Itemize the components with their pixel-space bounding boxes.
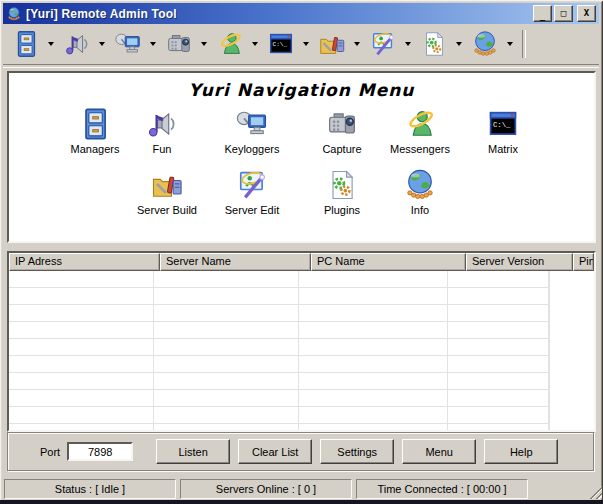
nav-item-messengers[interactable]: Messengers (378, 106, 462, 155)
nav-item-plugins[interactable]: Plugins (300, 167, 384, 216)
chevron-down-icon (456, 42, 462, 46)
matrix-icon (266, 29, 296, 59)
column-header-pc-name[interactable]: PC Name (311, 253, 466, 271)
nav-item-server-build[interactable]: Server Build (125, 167, 209, 216)
status-panel: Status : [ Idle ] (4, 479, 176, 499)
toolbar-server-build-dropdown[interactable] (351, 27, 363, 61)
server-list[interactable]: IP Adress Server Name PC Name Server Ver… (7, 251, 596, 432)
toolbar-server-edit-dropdown[interactable] (402, 27, 414, 61)
toolbar-managers-dropdown[interactable] (45, 27, 57, 61)
chevron-down-icon (252, 42, 258, 46)
nav-item-keyloggers[interactable]: Keyloggers (210, 106, 294, 155)
toolbar-matrix-dropdown[interactable] (300, 27, 312, 61)
toolbar-fun-button[interactable] (58, 27, 96, 61)
table-row (9, 271, 594, 288)
fun-icon (144, 106, 180, 142)
messengers-icon (402, 106, 438, 142)
close-button[interactable]: X (577, 5, 596, 22)
nav-item-label: Capture (322, 143, 361, 155)
toolbar-info-dropdown[interactable] (504, 27, 516, 61)
toolbar-keyloggers-dropdown[interactable] (147, 27, 159, 61)
nav-item-label: Server Build (137, 204, 197, 216)
toolbar-keyloggers-button[interactable] (109, 27, 147, 61)
chevron-down-icon (150, 42, 156, 46)
port-label: Port (40, 446, 60, 458)
table-row (9, 390, 594, 407)
toolbar-plugins-dropdown[interactable] (453, 27, 465, 61)
nav-menu-title: Yuri Navigation Menu (9, 80, 594, 100)
column-header-server-version[interactable]: Server Version (466, 253, 573, 271)
chevron-down-icon (48, 42, 54, 46)
port-input[interactable] (67, 442, 133, 461)
column-header-server-name[interactable]: Server Name (160, 253, 311, 271)
capture-icon (164, 29, 194, 59)
plugins-icon (419, 29, 449, 59)
nav-item-label: Keyloggers (224, 143, 279, 155)
nav-item-label: Managers (71, 143, 120, 155)
clear-list-button[interactable]: Clear List (238, 439, 312, 464)
settings-button[interactable]: Settings (320, 439, 394, 464)
server-build-icon (317, 29, 347, 59)
toolbar-info-button[interactable] (466, 27, 504, 61)
chevron-down-icon (201, 42, 207, 46)
capture-icon (324, 106, 360, 142)
chevron-down-icon (99, 42, 105, 46)
nav-item-info[interactable]: Info (378, 167, 462, 216)
table-row (9, 322, 594, 339)
managers-icon (77, 106, 113, 142)
status-bar: Status : [ Idle ] Servers Online : [ 0 ]… (3, 477, 599, 499)
window-bottom-edge (0, 500, 603, 504)
toolbar-server-build-button[interactable] (313, 27, 351, 61)
info-icon (402, 167, 438, 203)
table-row (9, 407, 594, 424)
table-row (9, 373, 594, 390)
title-bar: [Yuri] Remote Admin Tool _ □ X (3, 3, 599, 24)
table-row (9, 424, 594, 432)
keyloggers-icon (113, 29, 143, 59)
window-title: [Yuri] Remote Admin Tool (26, 7, 533, 21)
toolbar-capture-dropdown[interactable] (198, 27, 210, 61)
plugins-icon (324, 167, 360, 203)
managers-icon (11, 29, 41, 59)
navigation-panel: Yuri Navigation Menu Managers Fun Keylog… (7, 71, 596, 243)
table-row (9, 356, 594, 373)
toolbar-messengers-button[interactable] (211, 27, 249, 61)
matrix-icon (485, 106, 521, 142)
nav-item-label: Messengers (390, 143, 450, 155)
toolbar-server-edit-button[interactable] (364, 27, 402, 61)
toolbar (3, 25, 599, 63)
menu-button[interactable]: Menu (402, 439, 476, 464)
toolbar-messengers-dropdown[interactable] (249, 27, 261, 61)
nav-item-matrix[interactable]: Matrix (461, 106, 545, 155)
listen-button[interactable]: Listen (156, 439, 230, 464)
info-icon (470, 29, 500, 59)
help-button[interactable]: Help (484, 439, 558, 464)
toolbar-separator (522, 30, 526, 58)
column-header-ip-address[interactable]: IP Adress (9, 253, 160, 271)
toolbar-capture-button[interactable] (160, 27, 198, 61)
app-icon[interactable] (6, 6, 22, 22)
nav-item-label: Fun (153, 143, 172, 155)
chevron-down-icon (303, 42, 309, 46)
close-icon: X (584, 9, 589, 18)
nav-item-label: Info (411, 204, 429, 216)
minimize-button[interactable]: _ (533, 5, 552, 22)
nav-item-server-edit[interactable]: Server Edit (210, 167, 294, 216)
toolbar-plugins-button[interactable] (415, 27, 453, 61)
toolbar-managers-button[interactable] (7, 27, 45, 61)
maximize-button[interactable]: □ (554, 5, 573, 22)
fun-icon (62, 29, 92, 59)
chevron-down-icon (405, 42, 411, 46)
nav-item-label: Server Edit (225, 204, 279, 216)
nav-item-fun[interactable]: Fun (120, 106, 204, 155)
table-row (9, 305, 594, 322)
keyloggers-icon (234, 106, 270, 142)
toolbar-fun-dropdown[interactable] (96, 27, 108, 61)
toolbar-matrix-button[interactable] (262, 27, 300, 61)
nav-item-capture[interactable]: Capture (300, 106, 384, 155)
minimize-icon: _ (540, 12, 545, 21)
column-header-ping[interactable]: Ping (573, 253, 594, 271)
time-connected-panel: Time Connected : [ 00:00 ] (356, 479, 528, 499)
server-list-body (9, 271, 594, 432)
server-edit-icon (368, 29, 398, 59)
